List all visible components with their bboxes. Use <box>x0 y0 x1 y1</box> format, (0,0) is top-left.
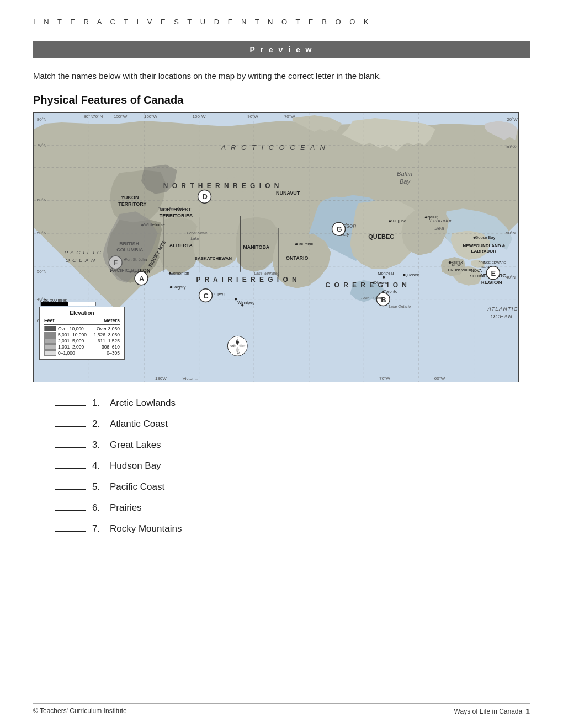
section-title: Physical Features of Canada <box>33 94 530 106</box>
list-item: 5. Pacific Coast <box>55 481 530 493</box>
svg-text:Bay: Bay <box>400 178 411 185</box>
svg-text:TERRITORY: TERRITORY <box>118 201 146 207</box>
item-number: 6. <box>92 502 104 513</box>
svg-text:ONTARIO: ONTARIO <box>286 255 309 260</box>
svg-text:C O R E   R E G I O N: C O R E R E G I O N <box>326 281 408 288</box>
svg-text:Ottawa: Ottawa <box>374 280 387 285</box>
legend-label-m: 0–305 <box>107 350 120 356</box>
svg-text:50°N: 50°N <box>37 231 47 235</box>
legend-row: 5,001–10,000 1,526–3,050 <box>44 332 120 338</box>
svg-text:Montreal: Montreal <box>378 270 394 275</box>
svg-point-99 <box>449 261 451 263</box>
svg-rect-162 <box>41 302 68 306</box>
map-container: A R C T I C O C E A N P A C I F I C O C … <box>33 112 519 382</box>
item-number: 7. <box>92 523 104 534</box>
svg-point-93 <box>372 281 374 283</box>
svg-text:E: E <box>491 269 496 277</box>
svg-text:PRINCE EDWARD: PRINCE EDWARD <box>478 260 506 264</box>
svg-text:150°W: 150°W <box>114 114 127 119</box>
legend-swatch <box>44 332 56 338</box>
svg-text:ATLANTIC: ATLANTIC <box>487 305 518 311</box>
svg-text:70°W: 70°W <box>284 114 295 119</box>
item-blank[interactable] <box>55 489 86 490</box>
item-number: 4. <box>92 461 104 472</box>
svg-text:30°W: 30°W <box>506 144 517 149</box>
item-label: Atlantic Coast <box>110 419 168 430</box>
svg-text:100°W: 100°W <box>193 114 206 119</box>
item-blank[interactable] <box>55 426 86 427</box>
svg-text:70°N: 70°N <box>93 114 103 119</box>
svg-text:E: E <box>242 344 245 349</box>
legend-swatch <box>44 326 56 331</box>
svg-text:P A C I F I C: P A C I F I C <box>65 249 102 255</box>
svg-text:Great Slave: Great Slave <box>187 231 208 235</box>
item-label: Great Lakes <box>110 440 161 451</box>
svg-text:OCEAN: OCEAN <box>490 313 512 319</box>
svg-text:A: A <box>139 274 144 282</box>
svg-text:160°W: 160°W <box>144 114 157 119</box>
svg-text:Iqaluit: Iqaluit <box>427 215 438 220</box>
list-item: 7. Rocky Mountains <box>55 523 530 534</box>
svg-text:Kuujjuaq: Kuujjuaq <box>390 218 406 223</box>
legend-label-ft: 1,001–2,000 <box>58 344 102 350</box>
svg-text:80°N: 80°N <box>37 116 47 121</box>
legend-swatch <box>44 350 56 356</box>
legend-label-ft: Over 10,000 <box>58 326 97 331</box>
list-item: 2. Atlantic Coast <box>55 419 530 430</box>
svg-rect-163 <box>68 302 96 306</box>
svg-text:N: N <box>237 337 240 342</box>
header: I N T E R A C T I V E S T U D E N T N O … <box>33 17 530 31</box>
preview-bar: P r e v i e w <box>33 41 530 58</box>
svg-text:0     250    500 miles: 0 250 500 miles <box>40 298 67 302</box>
svg-point-91 <box>383 276 385 278</box>
legend-title: Elevation <box>44 310 120 316</box>
svg-marker-12 <box>194 220 241 269</box>
legend-row: 1,001–2,000 306–610 <box>44 344 120 350</box>
svg-text:Lake Winnipeg: Lake Winnipeg <box>254 271 279 275</box>
svg-text:60°N: 60°N <box>37 197 47 202</box>
svg-text:QUEBEC: QUEBEC <box>368 233 394 240</box>
svg-text:40°N: 40°N <box>506 274 516 279</box>
footer-left: © Teachers' Curriculum Institute <box>33 707 127 716</box>
item-label: Hudson Bay <box>110 461 161 472</box>
svg-text:S: S <box>237 350 240 355</box>
legend-row: 2,001–5,000 611–1,525 <box>44 338 120 344</box>
item-number: 1. <box>92 398 104 409</box>
svg-text:MANITOBA: MANITOBA <box>243 244 270 249</box>
item-blank[interactable] <box>55 510 86 511</box>
svg-text:Lake Ontario: Lake Ontario <box>389 304 411 308</box>
footer-right: Ways of Life in Canada 1 <box>454 707 530 716</box>
legend-row: Over 10,000 Over 3,050 <box>44 326 120 331</box>
svg-text:NEWFOUNDLAND &: NEWFOUNDLAND & <box>463 243 506 248</box>
svg-text:90°W: 90°W <box>247 114 258 119</box>
svg-point-97 <box>403 274 405 276</box>
svg-text:Churchill: Churchill <box>297 242 313 247</box>
svg-text:Sea: Sea <box>434 225 444 231</box>
svg-text:A R C T I C   O C E A N: A R C T I C O C E A N <box>220 143 326 151</box>
svg-text:70°N: 70°N <box>37 142 47 147</box>
svg-point-83 <box>235 298 237 300</box>
svg-text:SASKATCHEWAN: SASKATCHEWAN <box>195 255 232 260</box>
svg-point-87 <box>295 243 298 245</box>
svg-text:P R A I R I E   R E G I O N: P R A I R I E R E G I O N <box>196 275 298 283</box>
svg-point-79 <box>169 272 171 274</box>
svg-text:Lake: Lake <box>191 237 199 240</box>
svg-text:C: C <box>204 291 209 299</box>
item-blank[interactable] <box>55 531 86 532</box>
item-label: Arctic Lowlands <box>110 398 176 409</box>
svg-text:TERRITORIES: TERRITORIES <box>160 213 193 218</box>
header-title: I N T E R A C T I V E S T U D E N T N O … <box>33 18 372 26</box>
item-blank[interactable] <box>55 405 86 406</box>
list-item: 6. Prairies <box>55 502 530 513</box>
item-number: 3. <box>92 440 104 451</box>
item-label: Rocky Mountains <box>110 523 182 534</box>
item-blank[interactable] <box>55 447 86 448</box>
svg-text:Winnipeg: Winnipeg <box>237 299 254 304</box>
svg-point-103 <box>474 237 476 239</box>
footer-page-number: 1 <box>525 707 530 716</box>
legend-swatch <box>44 344 56 350</box>
list-item: 3. Great Lakes <box>55 440 530 451</box>
item-blank[interactable] <box>55 468 86 469</box>
item-number: 2. <box>92 419 104 430</box>
instructions: Match the names below with their locatio… <box>33 70 530 83</box>
